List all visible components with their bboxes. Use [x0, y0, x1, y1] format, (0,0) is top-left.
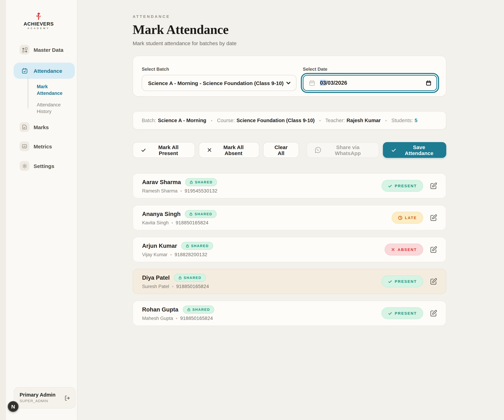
batch-info-students: Students:5 — [391, 118, 417, 123]
sidebar-item-label: Marks — [34, 124, 49, 130]
edit-attendance-button[interactable] — [429, 309, 438, 318]
student-name: Arjun Kumar — [142, 243, 177, 249]
date-input[interactable]: 03/03/2026 — [303, 75, 437, 91]
sidebar-subitem-attendance-history[interactable]: Attendance History — [37, 102, 72, 115]
user-card: Primary Admin SUPER_ADMIN — [14, 387, 76, 408]
student-row: Aarav Sharma SHARED Ramesh Sharma • 9195… — [133, 173, 446, 198]
check-icon — [388, 279, 392, 284]
parent-name: Mahesh Gupta — [142, 316, 173, 321]
mark-all-present-button[interactable]: Mark All Present — [133, 142, 195, 158]
batch-label: Batch: — [142, 118, 156, 123]
status-badge-late[interactable]: LATE — [391, 212, 423, 224]
share-whatsapp-button[interactable]: Share via WhatsApp — [307, 142, 379, 158]
course-value: Science Foundation (Class 9-10) — [237, 118, 315, 123]
logo-title: ACHIEVERS — [0, 21, 77, 26]
mark-all-absent-button[interactable]: Mark All Absent — [199, 142, 259, 158]
student-name: Ananya Singh — [142, 211, 180, 217]
shared-badge: SHARED — [174, 274, 206, 282]
edit-attendance-button[interactable] — [429, 277, 438, 286]
student-info: Arjun Kumar SHARED Vijay Kumar • 9188282… — [142, 242, 213, 257]
teacher-label: Teacher: — [325, 118, 345, 123]
nextjs-dev-badge[interactable]: N — [8, 401, 18, 412]
button-label: Share via WhatsApp — [325, 144, 371, 156]
status-badge-present[interactable]: PRESENT — [382, 276, 423, 287]
teacher-value: Rajesh Kumar — [347, 118, 381, 123]
parent-phone: 918828200132 — [174, 252, 207, 257]
status-badge-absent[interactable]: ABSENT — [385, 244, 423, 256]
edit-icon — [429, 309, 437, 317]
check-icon — [388, 311, 392, 316]
status-badge-present[interactable]: PRESENT — [382, 180, 423, 192]
sidebar-subitem-mark-attendance[interactable]: Mark Attendance — [37, 83, 72, 96]
logout-button[interactable] — [64, 395, 71, 402]
student-name: Diya Patel — [142, 274, 170, 281]
select-batch-label: Select Batch — [142, 66, 297, 72]
date-filter: Select Date 03/03/2026 — [303, 66, 437, 96]
clock-icon — [398, 216, 402, 220]
sidebar-item-attendance[interactable]: Attendance — [14, 63, 75, 79]
student-info: Diya Patel SHARED Suresh Patel • 9188501… — [142, 274, 209, 289]
batch-select-value: Science A - Morning - Science Foundation… — [148, 80, 284, 86]
calendar-icon — [309, 80, 316, 86]
breadcrumb-eyebrow: ATTENDANCE — [133, 14, 446, 18]
sidebar-item-label: Metrics — [34, 143, 52, 149]
save-attendance-button[interactable]: Save Attendance — [383, 142, 446, 158]
check-icon — [141, 147, 146, 153]
shared-badge-label: SHARED — [195, 212, 212, 216]
sidebar-item-settings[interactable]: Settings — [14, 161, 75, 171]
student-list: Aarav Sharma SHARED Ramesh Sharma • 9195… — [133, 173, 446, 326]
students-count: 5 — [414, 118, 417, 123]
x-icon — [207, 147, 212, 153]
batch-info-batch: Batch:Science A - Morning — [142, 118, 206, 123]
button-label: Mark All Absent — [216, 144, 251, 156]
check-icon — [391, 147, 396, 153]
page-title: Mark Attendance — [133, 22, 446, 37]
sidebar-item-marks[interactable]: Marks — [14, 122, 75, 132]
parent-name: Kavita Singh — [142, 220, 169, 225]
sidebar-item-master-data[interactable]: Master Data — [14, 45, 75, 55]
page-subtitle: Mark student attendance for batches by d… — [133, 40, 446, 46]
edit-attendance-button[interactable] — [429, 182, 438, 190]
subnav-rule — [28, 77, 28, 108]
batch-select[interactable]: Science A - Morning - Science Foundation… — [142, 75, 297, 91]
parent-name: Vijay Kumar — [142, 252, 168, 257]
sidebar-item-label: Settings — [34, 163, 54, 169]
clear-all-button[interactable]: Clear All — [263, 142, 299, 158]
edit-attendance-button[interactable] — [429, 214, 438, 222]
chevron-down-icon — [286, 80, 291, 86]
date-picker-icon[interactable] — [426, 80, 432, 86]
batch-value: Science A - Morning — [158, 118, 206, 123]
main-content: ATTENDANCE Mark Attendance Mark student … — [133, 0, 446, 332]
separator-dot: • — [319, 118, 321, 123]
sidebar-item-metrics[interactable]: Metrics — [14, 141, 75, 151]
separator-dot: • — [385, 118, 387, 123]
grid-icon — [20, 45, 29, 55]
parent-phone: 918850165824 — [176, 284, 209, 289]
student-info: Rohan Gupta SHARED Mahesh Gupta • 918850… — [142, 306, 214, 321]
calendar-check-icon — [20, 67, 29, 74]
student-name: Rohan Gupta — [142, 306, 178, 313]
sidebar-item-label: Attendance — [34, 68, 62, 74]
sidebar-left-strip — [0, 0, 6, 420]
whatsapp-icon — [315, 147, 321, 153]
button-label: Mark All Present — [150, 144, 187, 156]
status-label: PRESENT — [395, 184, 417, 188]
edit-attendance-button[interactable] — [429, 245, 438, 254]
shared-badge-label: SHARED — [192, 308, 210, 312]
separator-dot: • — [172, 220, 173, 225]
batch-filter: Select Batch Science A - Morning - Scien… — [142, 66, 297, 96]
document-icon — [20, 122, 29, 132]
student-row: Rohan Gupta SHARED Mahesh Gupta • 918850… — [133, 301, 446, 326]
parent-phone: 918850165824 — [176, 220, 208, 225]
separator-dot: • — [176, 316, 177, 321]
students-label: Students: — [391, 118, 413, 123]
separator-dot: • — [170, 252, 172, 257]
lock-icon — [189, 180, 193, 184]
lock-icon — [187, 308, 191, 312]
user-role: SUPER_ADMIN — [20, 399, 70, 403]
edit-icon — [429, 214, 437, 222]
shared-badge: SHARED — [185, 178, 217, 186]
mark-attendance-page: ACHIEVERS ACADEMY Master Data — [0, 0, 504, 420]
lock-icon — [186, 244, 189, 248]
status-badge-present[interactable]: PRESENT — [382, 307, 423, 319]
